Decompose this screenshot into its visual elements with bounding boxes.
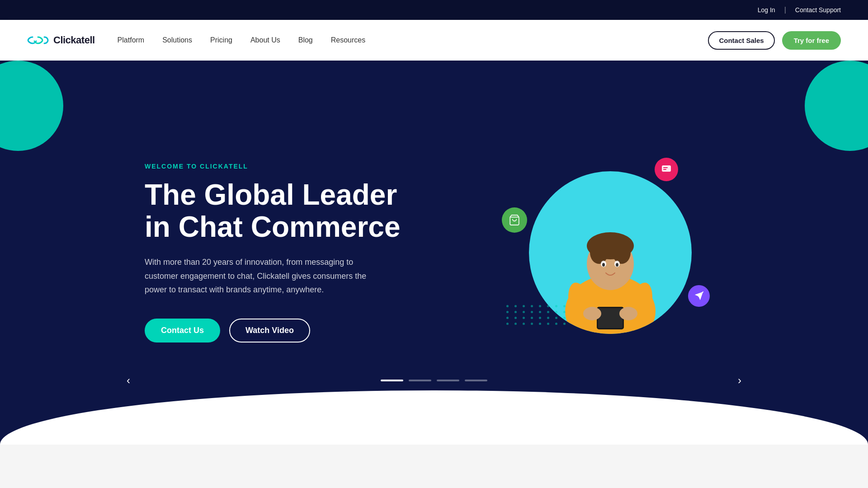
hero-section: WELCOME TO CLICKATELL The Global Leader …: [0, 61, 868, 445]
svg-point-18: [619, 307, 637, 320]
carousel-indicators: [381, 380, 487, 381]
top-bar: Log In | Contact Support: [0, 0, 868, 20]
hero-eyebrow: WELCOME TO CLICKATELL: [145, 163, 400, 170]
decorative-dot: [555, 311, 557, 313]
carousel-dot-4[interactable]: [465, 380, 487, 381]
decorative-dot: [523, 323, 525, 325]
svg-rect-2: [663, 169, 666, 170]
decorative-dot: [547, 323, 549, 325]
decorative-dot: [531, 311, 533, 313]
decorative-dot: [555, 305, 557, 307]
decorative-dot: [539, 305, 541, 307]
decorative-dot: [563, 311, 566, 313]
svg-rect-16: [598, 308, 623, 328]
carousel-next-button[interactable]: ›: [738, 374, 741, 387]
logo-text: Clickatell: [53, 34, 95, 46]
decorative-dot: [506, 317, 509, 319]
hero-content: WELCOME TO CLICKATELL The Global Leader …: [0, 108, 868, 397]
decorative-dot: [531, 305, 533, 307]
nav-right: Contact Sales Try for free: [708, 31, 841, 50]
svg-point-17: [583, 307, 601, 320]
svg-rect-1: [663, 167, 668, 168]
cart-float-icon: [502, 207, 527, 233]
decorative-dot: [506, 305, 509, 307]
hero-title: The Global Leader in Chat Commerce: [145, 179, 400, 243]
send-float-icon: [688, 285, 710, 307]
nav-pricing[interactable]: Pricing: [210, 36, 232, 44]
decorative-dot: [539, 317, 541, 319]
logo-icon: [27, 33, 49, 47]
contact-us-button[interactable]: Contact Us: [145, 319, 220, 343]
login-link[interactable]: Log In: [758, 6, 775, 14]
logo[interactable]: Clickatell: [27, 33, 95, 47]
contact-support-link[interactable]: Contact Support: [795, 6, 841, 14]
svg-point-12: [616, 263, 618, 267]
decorative-dot: [514, 305, 517, 307]
decorative-dot: [523, 311, 525, 313]
nav-resources[interactable]: Resources: [331, 36, 365, 44]
try-free-button[interactable]: Try for free: [782, 31, 841, 50]
decorative-dot: [563, 323, 566, 325]
decorative-dot: [547, 305, 549, 307]
nav-platform[interactable]: Platform: [118, 36, 145, 44]
decorative-dot: [514, 317, 517, 319]
nav-left: Clickatell Platform Solutions Pricing Ab…: [27, 33, 365, 47]
decorative-dot: [563, 317, 566, 319]
svg-rect-0: [662, 165, 671, 172]
svg-point-11: [602, 263, 605, 267]
decorative-dot: [531, 317, 533, 319]
carousel-prev-button[interactable]: ‹: [127, 374, 130, 387]
carousel-dot-2[interactable]: [409, 380, 431, 381]
decorative-dot: [531, 323, 533, 325]
hero-image-area: [497, 144, 723, 361]
decorative-dot: [506, 323, 509, 325]
hero-bottom-curve: [0, 390, 868, 445]
svg-point-8: [613, 241, 631, 264]
svg-point-7: [590, 241, 608, 264]
hero-buttons: Contact Us Watch Video: [145, 319, 400, 343]
navbar: Clickatell Platform Solutions Pricing Ab…: [0, 20, 868, 61]
hero-text: WELCOME TO CLICKATELL The Global Leader …: [145, 163, 400, 343]
nav-about[interactable]: About Us: [250, 36, 280, 44]
decorative-dot: [555, 317, 557, 319]
nav-blog[interactable]: Blog: [298, 36, 313, 44]
top-bar-divider: |: [784, 6, 786, 14]
contact-sales-button[interactable]: Contact Sales: [708, 31, 774, 50]
nav-links: Platform Solutions Pricing About Us Blog…: [118, 36, 366, 44]
chat-float-icon: [655, 158, 678, 181]
decorative-dot: [555, 323, 557, 325]
decorative-dot: [563, 305, 566, 307]
decorative-dot: [539, 311, 541, 313]
decorative-dot: [514, 323, 517, 325]
decorative-dot: [547, 317, 549, 319]
decorative-dot: [523, 305, 525, 307]
hero-title-line2: in Chat Commerce: [145, 211, 400, 243]
decorative-dot: [514, 311, 517, 313]
nav-solutions[interactable]: Solutions: [162, 36, 192, 44]
carousel-dot-1[interactable]: [381, 380, 403, 381]
watch-video-button[interactable]: Watch Video: [229, 319, 310, 343]
decorative-dot: [539, 323, 541, 325]
dots-pattern: [506, 305, 568, 325]
hero-title-line1: The Global Leader: [145, 178, 397, 211]
decorative-dot: [506, 311, 509, 313]
hero-description: With more than 20 years of innovation, f…: [145, 255, 380, 297]
decorative-dot: [523, 317, 525, 319]
carousel-dot-3[interactable]: [437, 380, 459, 381]
decorative-dot: [547, 311, 549, 313]
